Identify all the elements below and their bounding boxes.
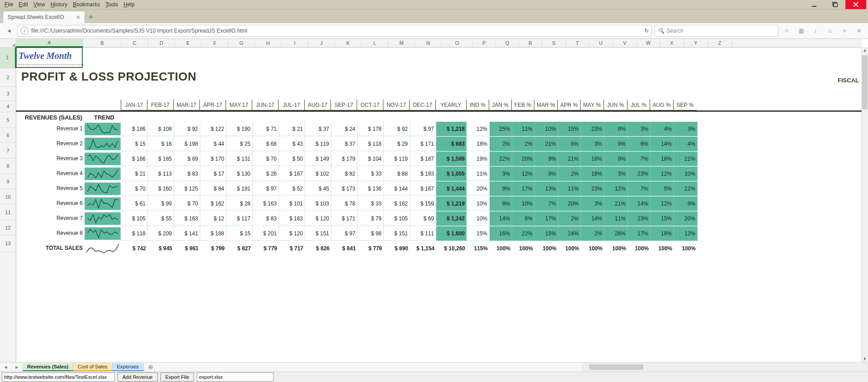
cell[interactable]: 12% xyxy=(651,167,674,181)
cell[interactable]: $ 103 xyxy=(305,196,331,211)
new-sheet-button[interactable]: ⊕ xyxy=(144,363,157,371)
cell[interactable]: 7% xyxy=(628,181,651,196)
cell[interactable]: $ 69 xyxy=(410,211,436,226)
cell[interactable]: $ 799 xyxy=(200,241,226,256)
cell[interactable]: 12% xyxy=(674,226,698,241)
cell[interactable]: $ 162 xyxy=(200,196,226,211)
cell[interactable]: 23% xyxy=(628,167,651,181)
cell[interactable]: $ 33 xyxy=(358,167,384,181)
add-revenue-button[interactable]: Add Revenue xyxy=(118,372,158,382)
col-header-A[interactable]: A xyxy=(16,39,83,47)
col-header-Q[interactable]: Q xyxy=(496,39,519,47)
col-header-R[interactable]: R xyxy=(519,39,542,47)
cell[interactable]: 6% xyxy=(558,137,581,151)
cell[interactable]: $ 25 xyxy=(226,137,253,151)
col-header-M[interactable]: M xyxy=(388,39,415,47)
cell[interactable]: 100% xyxy=(512,241,535,256)
col-header-L[interactable]: L xyxy=(362,39,388,47)
cell[interactable]: 20% xyxy=(674,211,698,226)
menu-history[interactable]: History xyxy=(48,1,70,8)
menu-bookmarks[interactable]: Bookmarks xyxy=(70,1,103,8)
cell[interactable]: 14% xyxy=(581,211,604,226)
cell[interactable]: 24% xyxy=(558,226,581,241)
cell[interactable]: 3% xyxy=(581,137,604,151)
col-header-B[interactable]: B xyxy=(83,39,122,47)
cell[interactable]: $ 78 xyxy=(331,196,358,211)
cell[interactable]: 4% xyxy=(674,137,698,151)
scroll-up-icon[interactable]: ▲ xyxy=(862,47,868,53)
cell[interactable]: $ 171 xyxy=(331,211,358,226)
info-icon[interactable]: i xyxy=(20,27,28,35)
row-header-5[interactable]: 5 xyxy=(0,112,16,128)
cell[interactable]: $ 120 xyxy=(305,211,331,226)
cell[interactable]: $ 28 xyxy=(226,196,253,211)
cell[interactable]: 21% xyxy=(674,152,698,166)
cell[interactable]: 16% xyxy=(490,226,512,241)
cell[interactable]: $ 118 xyxy=(358,137,384,151)
cell[interactable]: $ 167 xyxy=(279,167,305,181)
address-field[interactable]: i file:///C:/Users/admin/Documents/Sampl… xyxy=(17,25,652,37)
cell[interactable]: 5% xyxy=(651,181,674,196)
col-header-K[interactable]: K xyxy=(335,39,362,47)
import-url-input[interactable] xyxy=(2,372,115,382)
cell[interactable]: 9% xyxy=(535,152,558,166)
cell[interactable]: $ 15 xyxy=(122,137,148,151)
cell[interactable]: $ 209 xyxy=(148,226,174,241)
cell[interactable]: 20% xyxy=(558,196,581,211)
cell[interactable]: 2% xyxy=(490,137,512,151)
cell[interactable]: $ 108 xyxy=(148,122,174,136)
cell[interactable]: 13% xyxy=(535,181,558,196)
cell[interactable]: 100% xyxy=(581,241,604,256)
menu-view[interactable]: View xyxy=(31,1,48,8)
cell[interactable]: $ 21 xyxy=(122,167,148,181)
cell[interactable]: 7% xyxy=(535,196,558,211)
cell[interactable]: $ 92 xyxy=(174,122,200,136)
cell[interactable]: $ 15 xyxy=(226,226,253,241)
sheet-tab-revenues[interactable]: Revenues (Sales) xyxy=(23,363,73,371)
cell[interactable]: 100% xyxy=(674,241,698,256)
cell[interactable]: $ 144 xyxy=(384,181,410,196)
cell[interactable]: $ 188 xyxy=(200,226,226,241)
cell[interactable]: $ 961 xyxy=(174,241,200,256)
cell[interactable]: 100% xyxy=(535,241,558,256)
cell[interactable]: 100% xyxy=(628,241,651,256)
cell[interactable]: 20% xyxy=(512,152,535,166)
row-header-3[interactable]: 3 xyxy=(0,87,16,101)
cell[interactable]: 100% xyxy=(490,241,512,256)
scroll-down-icon[interactable]: ▼ xyxy=(862,356,868,362)
cell[interactable]: 26% xyxy=(604,226,628,241)
star-icon[interactable]: ☆ xyxy=(781,25,792,36)
cell[interactable]: $ 120 xyxy=(279,226,305,241)
cell[interactable]: $ 97 xyxy=(331,226,358,241)
cell[interactable]: 7% xyxy=(628,152,651,166)
cell[interactable]: 9% xyxy=(604,137,628,151)
cell[interactable]: 18% xyxy=(467,137,490,151)
cell[interactable]: $ 10,260 xyxy=(436,241,467,256)
cell[interactable]: $ 779 xyxy=(253,241,279,256)
hamburger-icon[interactable]: ≡ xyxy=(854,25,864,36)
cell[interactable]: $ 83 xyxy=(253,211,279,226)
row-header-2[interactable]: 2 xyxy=(0,68,16,87)
cell[interactable]: $ 1,055 xyxy=(436,167,467,181)
cell[interactable]: 18% xyxy=(651,226,674,241)
cell[interactable]: $ 179 xyxy=(331,152,358,166)
cell[interactable]: $ 97 xyxy=(253,181,279,196)
cell[interactable]: $ 119 xyxy=(305,137,331,151)
cell[interactable]: 17% xyxy=(512,181,535,196)
cell[interactable]: $ 167 xyxy=(410,181,436,196)
cell[interactable]: 10% xyxy=(467,196,490,211)
cell[interactable]: 23% xyxy=(581,181,604,196)
cell[interactable]: $ 131 xyxy=(226,152,253,166)
cell[interactable]: $ 88 xyxy=(384,167,410,181)
cell[interactable]: $ 826 xyxy=(305,241,331,256)
row-header-8[interactable]: 8 xyxy=(0,158,16,174)
cell[interactable]: 22% xyxy=(512,226,535,241)
cell[interactable]: $ 105 xyxy=(122,211,148,226)
cell[interactable]: $ 136 xyxy=(358,181,384,196)
pocket-icon[interactable]: ▿ xyxy=(839,25,850,36)
cell[interactable]: $ 163 xyxy=(253,196,279,211)
cell[interactable]: $ 79 xyxy=(358,211,384,226)
cell[interactable]: $ 101 xyxy=(279,196,305,211)
cell[interactable]: $ 171 xyxy=(410,137,436,151)
cell[interactable]: 11% xyxy=(604,211,628,226)
